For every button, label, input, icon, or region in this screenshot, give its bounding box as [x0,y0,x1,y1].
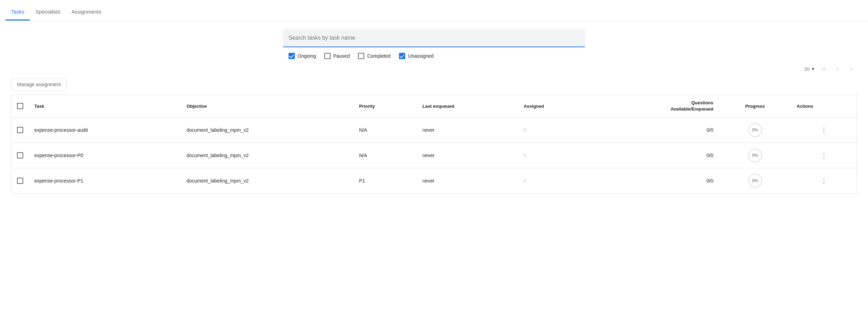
table-header-row: Task Objective Priority Last enqueued As… [11,95,857,118]
row-checkbox-cell[interactable] [11,143,29,168]
row-checkbox[interactable] [17,178,23,184]
first-page-button[interactable] [818,63,829,74]
next-page-button[interactable] [846,63,857,74]
row-assigned: 0 [518,168,592,194]
search-input[interactable] [289,33,579,42]
row-last-enqueued: never [417,143,518,168]
page-size-selector[interactable]: 20 ▼ [804,66,815,72]
row-task: expense-processor-P1 [29,168,181,194]
filter-ongoing[interactable]: Ongoing [289,53,316,59]
actions-menu-button[interactable]: ⋮ [797,177,851,185]
table-row: expense-processor-P1 document_labeling_m… [11,168,857,194]
filter-unassigned-label: Unassigned [408,53,434,59]
filters-row: Ongoing Paused Completed Unassigned [283,53,585,59]
row-progress: 0% [719,118,791,143]
row-objective: document_labeling_mpm_v2 [181,143,353,168]
row-actions[interactable]: ⋮ [791,168,857,194]
row-last-enqueued: never [417,118,518,143]
row-checkbox[interactable] [17,152,23,159]
tab-assignments[interactable]: Assignments [66,3,107,21]
tab-specialists[interactable]: Specialists [30,3,66,21]
row-assigned: 0 [518,118,592,143]
table-row: expense-processor-audit document_labelin… [11,118,857,143]
row-task: expense-processor-P0 [29,143,181,168]
checkbox-ongoing[interactable] [289,53,295,59]
filter-unassigned[interactable]: Unassigned [399,53,434,59]
row-checkbox-cell[interactable] [11,118,29,143]
header-actions: Actions [791,95,857,118]
header-assigned: Assigned [518,95,592,118]
table-row: expense-processor-P0 document_labeling_m… [11,143,857,168]
search-container [283,29,585,47]
checkbox-paused[interactable] [324,53,331,59]
actions-menu-button[interactable]: ⋮ [797,126,851,134]
row-questions: 0/0 [592,168,719,194]
search-underline [283,47,585,47]
tasks-table: Task Objective Priority Last enqueued As… [11,95,857,194]
tabs-bar: Tasks Specialists Assignments [0,0,868,21]
page-size-arrow: ▼ [811,66,815,72]
row-checkbox[interactable] [17,127,23,133]
row-actions[interactable]: ⋮ [791,118,857,143]
row-assigned: 0 [518,143,592,168]
checkbox-completed[interactable] [358,53,364,59]
header-select-all[interactable] [11,95,29,118]
progress-circle: 0% [748,174,762,188]
prev-page-button[interactable] [832,63,843,74]
tab-tasks[interactable]: Tasks [6,3,30,21]
filter-completed[interactable]: Completed [358,53,391,59]
header-questions: QuestionsAvailable/Enqueued [592,95,719,118]
header-task: Task [29,95,181,118]
filter-ongoing-label: Ongoing [298,53,316,59]
row-checkbox-cell[interactable] [11,168,29,194]
row-progress: 0% [719,168,791,194]
progress-circle: 0% [748,123,762,137]
filter-completed-label: Completed [367,53,391,59]
row-objective: document_labeling_mpm_v2 [181,168,353,194]
row-priority: N/A [353,143,417,168]
checkbox-unassigned[interactable] [399,53,405,59]
row-progress: 0% [719,143,791,168]
row-actions[interactable]: ⋮ [791,143,857,168]
header-progress: Progress [719,95,791,118]
row-objective: document_labeling_mpm_v2 [181,118,353,143]
row-questions: 0/0 [592,118,719,143]
progress-circle: 0% [748,148,762,162]
header-last-enqueued: Last enqueued [417,95,518,118]
row-last-enqueued: never [417,168,518,194]
row-priority: P1 [353,168,417,194]
manage-assignment-button[interactable]: Manage assignment [11,79,67,90]
row-task: expense-processor-audit [29,118,181,143]
header-priority: Priority [353,95,417,118]
main-content: Ongoing Paused Completed Unassigned 20 ▼ [0,21,868,202]
header-objective: Objective [181,95,353,118]
actions-menu-button[interactable]: ⋮ [797,151,851,160]
select-all-checkbox[interactable] [17,103,23,109]
row-priority: N/A [353,118,417,143]
page-size-value: 20 [804,66,809,72]
filter-paused[interactable]: Paused [324,53,350,59]
filter-paused-label: Paused [333,53,350,59]
pagination-row: 20 ▼ [11,59,857,79]
row-questions: 0/0 [592,143,719,168]
